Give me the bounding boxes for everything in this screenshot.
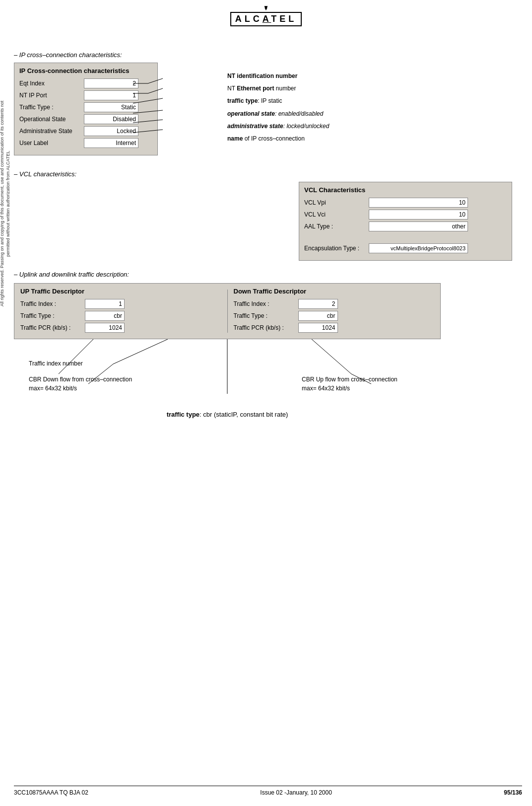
main-content: – IP cross–connection characteristics: I… [14, 36, 522, 418]
down-panel-title: Down Traffic Descriptor [234, 288, 435, 295]
up-label-type: Traffic Type : [20, 312, 85, 319]
ip-label-eqt: Eqt Index [19, 80, 84, 87]
vcl-characteristics-panel: VCL Characteristics VCL Vpi 10 VCL Vci 1… [299, 182, 512, 261]
svg-line-4 [133, 98, 163, 103]
vcl-label-vci: VCL Vci [304, 211, 369, 218]
up-field-index: 1 [85, 299, 125, 309]
down-row-pcr: Traffic PCR (kb/s) : 1024 [234, 323, 435, 333]
down-row-type: Traffic Type : cbr [234, 311, 435, 321]
down-label-pcr: Traffic PCR (kb/s) : [234, 324, 298, 331]
up-traffic-panel: UP Traffic Descriptor Traffic Index : 1 … [14, 288, 227, 335]
ip-label-traffictype: Traffic Type : [19, 104, 84, 111]
vcl-row-vci: VCL Vci 10 [304, 210, 507, 220]
svg-line-1 [148, 78, 163, 83]
up-label-index: Traffic Index : [20, 300, 85, 307]
annotation-cbr-down: CBR Down flow from cross–connectionmax= … [29, 375, 132, 393]
vcl-row-vpi: VCL Vpi 10 [304, 198, 507, 208]
ip-section-intro: – IP cross–connection characteristics: [14, 51, 522, 59]
down-row-index: Traffic Index : 2 [234, 299, 435, 309]
ip-field-ntport: 1 [84, 90, 138, 100]
annotation-traffic-index: Traffic index number [29, 360, 83, 367]
svg-line-5 [133, 110, 163, 113]
vcl-section: – VCL characteristics: VCL Characteristi… [14, 170, 522, 261]
up-row-type: Traffic Type : cbr [20, 311, 221, 321]
ip-field-opstate: Disabled [84, 114, 138, 124]
ip-field-traffictype: Static [84, 102, 138, 112]
footer-center: Issue 02 -January, 10 2000 [260, 789, 332, 796]
ip-row-userlabel: User Label Internet [19, 138, 152, 148]
ip-label-opstate: Operational State [19, 116, 84, 123]
vcl-label-encap: Encapsulation Type : [304, 245, 369, 252]
svg-line-13 [312, 339, 351, 374]
ip-row-eqt: Eqt Index 2 [19, 78, 152, 88]
logo-text: ALCATEL [235, 14, 297, 24]
traffic-section-intro: – Uplink and downlink traffic descriptio… [14, 271, 522, 278]
traffic-connector-svg [14, 339, 441, 409]
up-label-pcr: Traffic PCR (kb/s) : [20, 324, 85, 331]
footer: 3CC10875AAAA TQ BJA 02 Issue 02 -January… [14, 786, 522, 796]
traffic-annotations-area: Traffic index number CBR Down flow from … [14, 339, 441, 409]
vcl-label-vpi: VCL Vpi [304, 199, 369, 206]
ip-label-ntport: NT IP Port [19, 92, 84, 99]
ip-row-opstate: Operational State Disabled [19, 114, 152, 124]
svg-line-3 [148, 88, 163, 93]
svg-line-7 [133, 130, 163, 133]
ip-row-adminstate: Administrative State Locked [19, 126, 152, 136]
vcl-spacer [304, 233, 507, 243]
vcl-field-encap: vcMultiplexBridgeProtocol8023 [369, 243, 468, 253]
down-field-index: 2 [298, 299, 338, 309]
ip-panel-title: IP Cross-connection characteristics [19, 67, 152, 74]
up-field-type: cbr [85, 311, 125, 321]
ip-label-adminstate: Administrative State [19, 128, 84, 135]
svg-line-8 [73, 339, 93, 359]
svg-line-6 [133, 120, 163, 123]
ip-section: IP Cross-connection characteristics Eqt … [14, 63, 522, 155]
vcl-panel-title: VCL Characteristics [304, 186, 507, 194]
sidebar-watermark: All rights reserved. Passing on and copy… [0, 99, 11, 308]
down-field-pcr: 1024 [298, 323, 338, 333]
traffic-section: – Uplink and downlink traffic descriptio… [14, 271, 522, 418]
down-field-type: cbr [298, 311, 338, 321]
up-row-pcr: Traffic PCR (kb/s) : 1024 [20, 323, 221, 333]
down-label-type: Traffic Type : [234, 312, 298, 319]
ip-label-userlabel: User Label [19, 140, 84, 147]
up-row-index: Traffic Index : 1 [20, 299, 221, 309]
traffic-panels: UP Traffic Descriptor Traffic Index : 1 … [14, 283, 441, 339]
ip-field-userlabel: Internet [84, 138, 138, 148]
ip-row-ntport: NT IP Port 1 [19, 90, 152, 100]
vcl-row-encap: Encapsulation Type : vcMultiplexBridgePr… [304, 243, 507, 253]
svg-line-10 [113, 339, 168, 364]
up-panel-title: UP Traffic Descriptor [20, 288, 221, 295]
vcl-field-vci: 10 [369, 210, 468, 220]
ip-field-adminstate: Locked [84, 126, 138, 136]
footer-right: 95/136 [504, 789, 522, 796]
logo-box: ALCATEL [230, 12, 302, 26]
vcl-panel-container: VCL Characteristics VCL Vpi 10 VCL Vci 1… [299, 182, 512, 261]
annotation-cbr-up: CBR Up flow from cross–connectionmax= 64… [302, 375, 398, 393]
down-label-index: Traffic Index : [234, 300, 298, 307]
footer-left: 3CC10875AAAA TQ BJA 02 [14, 789, 88, 796]
vcl-row-aal: AAL Type : other [304, 221, 507, 231]
down-traffic-panel: Down Traffic Descriptor Traffic Index : … [228, 288, 441, 335]
ip-connector-lines [133, 73, 341, 152]
vcl-field-vpi: 10 [369, 198, 468, 208]
vcl-field-aal: other [369, 221, 468, 231]
header: ▼ ALCATEL [0, 0, 532, 36]
ip-field-eqt: 2 [84, 78, 138, 88]
up-field-pcr: 1024 [85, 323, 125, 333]
ip-row-traffictype: Traffic Type : Static [19, 102, 152, 112]
vcl-section-intro: – VCL characteristics: [14, 170, 522, 178]
traffic-type-label: traffic type: cbr (staticIP, constant bi… [14, 411, 441, 418]
vcl-label-aal: AAL Type : [304, 223, 369, 230]
